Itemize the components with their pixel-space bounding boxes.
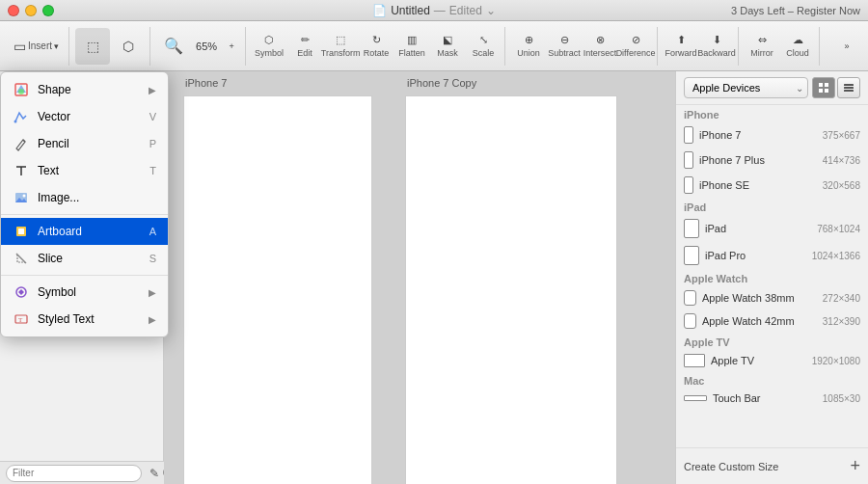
device-name: iPad xyxy=(705,223,811,234)
device-name: Apple TV xyxy=(711,355,806,366)
menu-vector-label: Vector xyxy=(38,110,149,123)
toolbar-insert[interactable]: ▭ Insert ▾ xyxy=(8,28,65,65)
device-size: 312×390 xyxy=(823,316,860,327)
device-row[interactable]: Apple TV 1920×1080 xyxy=(676,350,868,371)
device-size: 768×1024 xyxy=(817,224,860,234)
device-icon-watch xyxy=(684,290,696,306)
device-panel-header: Apple Devices ⌄ xyxy=(676,71,868,105)
toolbar: ▭ Insert ▾ ⬚ ⬡ 🔍 65% + ⬡ Symbol ✏ Edit ⬚… xyxy=(0,21,868,71)
transform-tool[interactable]: ⬚ Transform xyxy=(323,28,358,65)
device-category-ipad: iPad xyxy=(676,198,868,215)
more-tools[interactable]: » xyxy=(829,28,864,65)
menu-item-text[interactable]: Text T xyxy=(1,157,168,184)
bool-tools: ⊕ Union ⊖ Subtract ⊗ Intersect ⊘ Differe… xyxy=(507,27,658,66)
shape-icon xyxy=(13,81,30,98)
menu-pencil-label: Pencil xyxy=(38,137,149,150)
edit-tool[interactable]: ✏ Edit xyxy=(287,28,322,65)
traffic-lights xyxy=(8,5,54,16)
device-list: iPhone iPhone 7 375×667 iPhone 7 Plus 41… xyxy=(676,105,868,447)
device-size: 272×340 xyxy=(823,293,860,304)
device-row[interactable]: iPad 768×1024 xyxy=(676,215,868,242)
menu-styled-text-label: Styled Text xyxy=(38,312,145,326)
svg-point-3 xyxy=(14,121,17,123)
edit-layers-icon[interactable]: ✎ xyxy=(149,467,159,480)
menu-separator-2 xyxy=(1,275,168,276)
device-size: 1024×1366 xyxy=(812,251,860,261)
device-name: Apple Watch 42mm xyxy=(702,315,817,327)
text-menu-icon xyxy=(13,162,30,179)
device-icon-phone xyxy=(684,151,693,169)
flatten-tool[interactable]: ▥ Flatten xyxy=(394,28,429,65)
device-name: iPhone SE xyxy=(699,179,817,191)
artboard-icon xyxy=(13,223,30,240)
zoom-level[interactable]: 65% xyxy=(192,40,221,52)
device-icon-tv xyxy=(684,354,705,367)
menu-item-vector[interactable]: Vector V xyxy=(1,103,168,130)
device-row[interactable]: Touch Bar 1085×30 xyxy=(676,389,868,408)
vector-icon xyxy=(13,108,30,125)
symbol-tool[interactable]: ⬡ Symbol xyxy=(252,28,286,65)
mirror-tools: ⇔ Mirror ☁ Cloud xyxy=(741,27,820,66)
svg-rect-23 xyxy=(844,84,854,86)
menu-item-shape[interactable]: Shape ▶ xyxy=(1,76,168,103)
menu-item-image[interactable]: Image... xyxy=(1,184,168,211)
device-row[interactable]: Apple Watch 42mm 312×390 xyxy=(676,309,868,333)
register-text[interactable]: 3 Days Left – Register Now xyxy=(731,5,860,16)
menu-artboard-label: Artboard xyxy=(38,225,149,238)
device-icon-watch xyxy=(684,313,696,329)
device-size: 414×736 xyxy=(823,155,860,166)
svg-rect-25 xyxy=(844,90,854,92)
list-view-button[interactable] xyxy=(837,77,860,98)
grid-view-button[interactable] xyxy=(812,77,835,98)
device-row[interactable]: iPhone SE 320×568 xyxy=(676,173,868,198)
svg-rect-11 xyxy=(18,229,24,234)
subtract-tool[interactable]: ⊖ Subtract xyxy=(547,28,582,65)
difference-tool[interactable]: ⊘ Difference xyxy=(618,28,653,65)
svg-rect-24 xyxy=(844,87,854,89)
component-tool[interactable]: ⬡ xyxy=(111,28,146,65)
mirror-tool[interactable]: ⇔ Mirror xyxy=(745,28,779,65)
create-custom-button[interactable]: Create Custom Size + xyxy=(676,447,868,484)
select-tool[interactable]: ⬚ xyxy=(75,28,110,65)
device-row[interactable]: iPhone 7 375×667 xyxy=(676,122,868,148)
svg-rect-20 xyxy=(825,83,828,87)
artboard2-label: iPhone 7 Copy xyxy=(407,77,476,89)
fullscreen-button[interactable] xyxy=(42,5,54,16)
forward-tool[interactable]: ⬆ Forward xyxy=(664,28,698,65)
zoom-in[interactable]: + xyxy=(222,28,241,65)
device-row[interactable]: Apple Watch 38mm 272×340 xyxy=(676,286,868,309)
mask-tool[interactable]: ⬕ Mask xyxy=(430,28,465,65)
symbol-arrow-icon: ▶ xyxy=(149,287,156,298)
device-icon-phone xyxy=(684,126,693,144)
menu-item-slice[interactable]: Slice S xyxy=(1,245,168,272)
device-dropdown[interactable]: Apple Devices ⌄ xyxy=(684,77,808,98)
menu-item-symbol[interactable]: Symbol ▶ xyxy=(1,279,168,306)
device-icon-tablet xyxy=(684,219,699,238)
menu-item-pencil[interactable]: Pencil P xyxy=(1,130,168,157)
device-name: iPad Pro xyxy=(705,250,806,261)
svg-point-9 xyxy=(23,195,26,198)
rotate-tool[interactable]: ↻ Rotate xyxy=(359,28,393,65)
arrange-tools: ⬆ Forward ⬇ Backward xyxy=(660,27,739,66)
filter-input[interactable] xyxy=(6,465,142,482)
edit-tools: ⬡ Symbol ✏ Edit ⬚ Transform ↻ Rotate ▥ F… xyxy=(248,27,505,66)
menu-item-styled-text[interactable]: T Styled Text ▶ xyxy=(1,306,168,333)
layers-panel: Shape ▶ Vector V Pencil P xyxy=(0,71,164,484)
device-row[interactable]: iPad Pro 1024×1366 xyxy=(676,242,868,269)
menu-item-artboard[interactable]: Artboard A xyxy=(1,218,168,245)
backward-tool[interactable]: ⬇ Backward xyxy=(699,28,734,65)
device-category-iphone: iPhone xyxy=(676,105,868,122)
cloud-tool[interactable]: ☁ Cloud xyxy=(780,28,815,65)
device-row[interactable]: iPhone 7 Plus 414×736 xyxy=(676,148,868,173)
insert-tools: ▭ Insert ▾ xyxy=(4,27,69,66)
scale-tool[interactable]: ⤡ Scale xyxy=(466,28,501,65)
device-name: Touch Bar xyxy=(713,392,817,404)
device-category-mac: Mac xyxy=(676,371,868,389)
union-tool[interactable]: ⊕ Union xyxy=(511,28,546,65)
svg-point-2 xyxy=(18,89,24,94)
minimize-button[interactable] xyxy=(25,5,37,16)
zoom-out[interactable]: 🔍 xyxy=(156,28,191,65)
intersect-tool[interactable]: ⊗ Intersect xyxy=(583,28,617,65)
close-button[interactable] xyxy=(8,5,19,16)
slice-shortcut: S xyxy=(149,253,156,264)
